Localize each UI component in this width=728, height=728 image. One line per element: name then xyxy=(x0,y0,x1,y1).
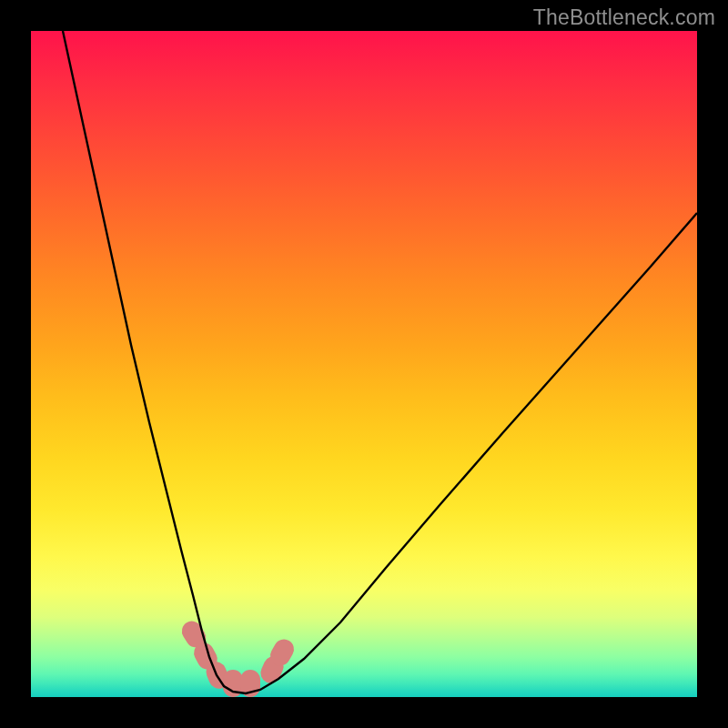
plot-area xyxy=(31,31,697,697)
chart-frame: TheBottleneck.com xyxy=(0,0,728,728)
bottleneck-curve xyxy=(31,31,697,697)
curve-path xyxy=(63,31,697,693)
watermark-text: TheBottleneck.com xyxy=(533,5,715,30)
